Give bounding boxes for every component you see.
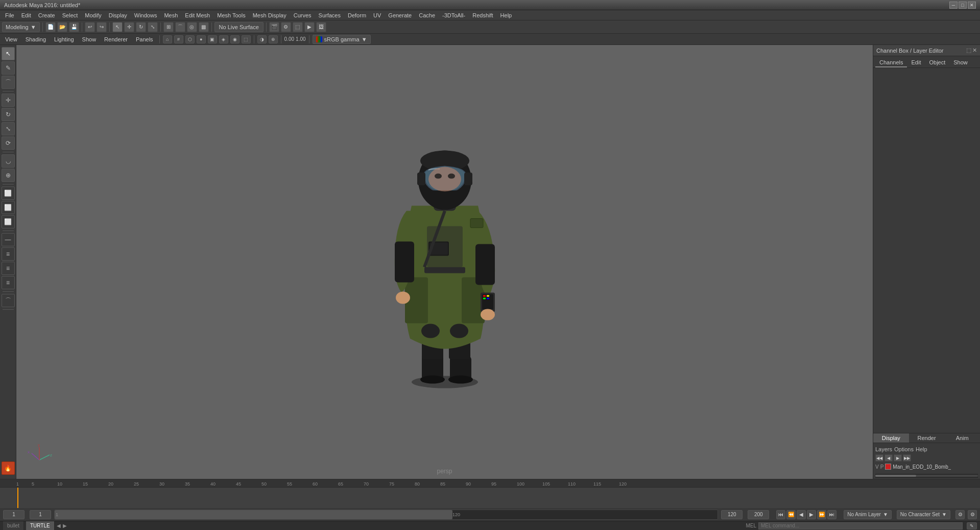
pb-play-back-button[interactable]: ◀	[797, 510, 806, 519]
anim-preferences-button[interactable]: ⚙	[968, 510, 977, 519]
no-live-surface-button[interactable]: No Live Surface	[214, 22, 264, 32]
layer-skip-forward-button[interactable]: ▶▶	[903, 454, 911, 462]
snap-surface-button[interactable]: ▩	[199, 22, 209, 32]
wireframe-button[interactable]: ⬡	[185, 35, 195, 43]
tab-channels[interactable]: Channels	[875, 58, 907, 67]
selection-highlight-button[interactable]: ◈	[219, 35, 228, 43]
range-start-input[interactable]: 1	[30, 510, 51, 519]
measure-button[interactable]: —	[2, 233, 15, 246]
move-tool-button[interactable]: ✛	[124, 22, 134, 32]
menu-3dtall[interactable]: -3DToAll-	[439, 11, 468, 19]
menu-windows[interactable]: Windows	[131, 11, 160, 19]
comp-button[interactable]: ⊕	[269, 35, 278, 43]
tab-render[interactable]: Render	[909, 433, 945, 443]
grid-toggle-button[interactable]: #	[174, 35, 183, 43]
sculpt-button[interactable]: ⬜	[2, 201, 15, 214]
minimize-button[interactable]: ─	[949, 2, 958, 9]
layer-back-button[interactable]: ◀	[885, 454, 893, 462]
menu-mesh-tools[interactable]: Mesh Tools	[214, 11, 248, 19]
menu-generate[interactable]: Generate	[385, 11, 415, 19]
tab-anim[interactable]: Anim	[944, 433, 980, 443]
scroll-thumb[interactable]	[875, 475, 916, 477]
vp-menu-panels[interactable]: Panels	[133, 35, 156, 43]
menu-modify[interactable]: Modify	[82, 11, 104, 19]
mel-input[interactable]	[758, 522, 963, 529]
rotate-tool-button[interactable]: ↻	[136, 22, 146, 32]
ipr-button[interactable]: ▶	[304, 22, 315, 32]
tab-edit[interactable]: Edit	[907, 58, 925, 67]
options-tab[interactable]: Options	[894, 446, 914, 452]
script-editor-button[interactable]: ✎	[967, 522, 977, 529]
status-nav-next[interactable]: ▶	[63, 523, 67, 528]
vp-menu-renderer[interactable]: Renderer	[101, 35, 131, 43]
render-settings-button[interactable]: ⚙	[281, 22, 291, 32]
viewport[interactable]: persp z x y	[16, 45, 873, 479]
scale-tool-lt-button[interactable]: ⤡	[2, 122, 15, 135]
panel-float-icon[interactable]: ⬚	[966, 47, 971, 54]
pb-skip-to-start-button[interactable]: ⏮	[776, 510, 785, 519]
menu-redshift[interactable]: Redshift	[469, 11, 496, 19]
layer-row[interactable]: V P Man_in_EOD_10_Bomb_	[875, 463, 978, 471]
layer-scroll[interactable]	[875, 474, 978, 478]
playhead[interactable]	[17, 488, 18, 508]
soft-select-button[interactable]: ◡	[2, 154, 15, 168]
snap-grid-button[interactable]: ⊞	[163, 22, 174, 32]
show-manip-button[interactable]: ⊕	[2, 169, 15, 182]
pb-skip-to-end-button[interactable]: ⏭	[827, 510, 836, 519]
paint-skin-button[interactable]: ⬜	[2, 215, 15, 228]
menu-deform[interactable]: Deform	[345, 11, 369, 19]
menu-create[interactable]: Create	[35, 11, 58, 19]
isolate-button[interactable]: ◉	[230, 35, 240, 43]
status-tab-turtle[interactable]: TURTLE	[26, 521, 55, 530]
pb-play-forward-button[interactable]: ▶	[807, 510, 816, 519]
tab-object[interactable]: Object	[925, 58, 949, 67]
menu-uv[interactable]: UV	[370, 11, 384, 19]
menu-display[interactable]: Display	[106, 11, 130, 19]
vp-menu-shading[interactable]: Shading	[22, 35, 49, 43]
resolution-gate-button[interactable]: ⬚	[242, 35, 251, 43]
shaded-button[interactable]: ●	[197, 35, 206, 43]
redo-button[interactable]: ↪	[97, 22, 107, 32]
close-button[interactable]: ✕	[968, 2, 976, 9]
menu-surfaces[interactable]: Surfaces	[316, 11, 344, 19]
menu-select[interactable]: Select	[59, 11, 81, 19]
open-file-button[interactable]: 📂	[57, 22, 67, 32]
menu-curves[interactable]: Curves	[291, 11, 315, 19]
curve-icon[interactable]: ⌒	[2, 294, 15, 307]
scale-tool-button[interactable]: ⤡	[148, 22, 158, 32]
texture-button[interactable]: ▣	[208, 35, 217, 43]
color-profile-dropdown[interactable]: sRGB gamma ▼	[313, 35, 371, 44]
param3-button[interactable]: ≡	[2, 276, 15, 289]
mode-dropdown[interactable]: Modeling ▼	[2, 22, 40, 32]
save-file-button[interactable]: 💾	[69, 22, 79, 32]
render-button[interactable]: 🎬	[269, 22, 279, 32]
tab-show[interactable]: Show	[949, 58, 972, 67]
xray-button[interactable]: ◑	[257, 35, 267, 43]
menu-mesh[interactable]: Mesh	[161, 11, 181, 19]
new-file-button[interactable]: 📄	[45, 22, 56, 32]
menu-edit[interactable]: Edit	[18, 11, 34, 19]
timeline-range-bar[interactable]: 1 120	[54, 510, 718, 520]
layer-skip-back-button[interactable]: ◀◀	[875, 454, 883, 462]
menu-help[interactable]: Help	[497, 11, 515, 19]
vp-menu-view[interactable]: View	[2, 35, 20, 43]
menu-mesh-display[interactable]: Mesh Display	[250, 11, 290, 19]
param2-button[interactable]: ≡	[2, 262, 15, 275]
layers-tab[interactable]: Layers	[875, 446, 892, 452]
range-end2-input[interactable]: 200	[748, 510, 769, 519]
char-set-dropdown[interactable]: No Character Set ▼	[897, 510, 950, 519]
paint-select-button[interactable]: ✎	[2, 61, 15, 75]
maximize-button[interactable]: □	[959, 2, 967, 9]
vp-menu-show[interactable]: Show	[79, 35, 100, 43]
vp-menu-lighting[interactable]: Lighting	[51, 35, 77, 43]
menu-edit-mesh[interactable]: Edit Mesh	[182, 11, 213, 19]
panel-close-icon[interactable]: ✕	[972, 47, 977, 54]
pb-step-forward-button[interactable]: ⏩	[817, 510, 826, 519]
quad-draw-button[interactable]: ⬜	[2, 187, 15, 200]
status-tab-bullet[interactable]: bullet	[3, 521, 24, 530]
universal-manip-button[interactable]: ⟳	[2, 136, 15, 150]
snap-point-button[interactable]: ◎	[187, 22, 197, 32]
move-tool-lt-button[interactable]: ✛	[2, 94, 15, 107]
anim-layer-dropdown[interactable]: No Anim Layer ▼	[844, 510, 892, 519]
rotate-tool-lt-button[interactable]: ↻	[2, 108, 15, 121]
